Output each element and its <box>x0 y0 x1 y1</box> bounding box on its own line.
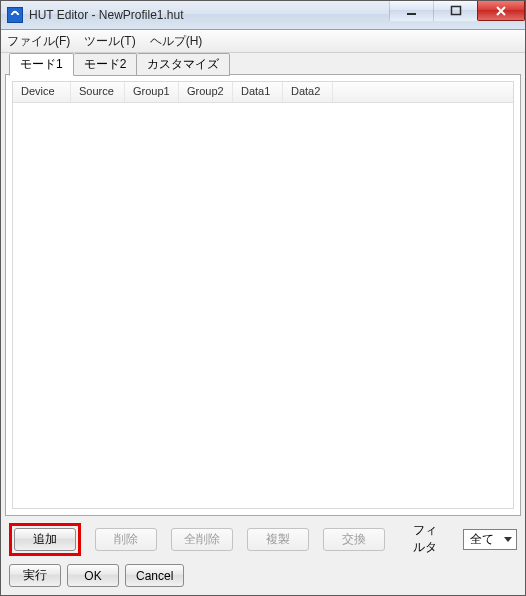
close-button[interactable] <box>477 1 525 21</box>
svg-rect-0 <box>407 13 416 15</box>
window-title: HUT Editor - NewProfile1.hut <box>29 8 184 22</box>
menu-tool[interactable]: ツール(T) <box>84 33 135 50</box>
tab-customize[interactable]: カスタマイズ <box>137 53 230 76</box>
column-data1[interactable]: Data1 <box>233 82 283 102</box>
list-body <box>13 103 513 508</box>
filter-combo[interactable]: 全て <box>463 529 517 550</box>
button-area: 追加 削除 全削除 複製 交換 フィルタ 全て 実行 OK Cancel <box>5 516 521 591</box>
delete-all-button[interactable]: 全削除 <box>171 528 233 551</box>
column-group1[interactable]: Group1 <box>125 82 179 102</box>
list-header: Device Source Group1 Group2 Data1 Data2 <box>13 82 513 103</box>
chevron-down-icon <box>504 537 512 542</box>
add-button[interactable]: 追加 <box>14 528 76 551</box>
app-window: HUT Editor - NewProfile1.hut ファイル(F) ツール… <box>0 0 526 596</box>
button-row-2: 実行 OK Cancel <box>9 564 517 587</box>
menu-file[interactable]: ファイル(F) <box>7 33 70 50</box>
list-view[interactable]: Device Source Group1 Group2 Data1 Data2 <box>12 81 514 509</box>
menu-help[interactable]: ヘルプ(H) <box>150 33 203 50</box>
column-data2[interactable]: Data2 <box>283 82 333 102</box>
delete-button[interactable]: 削除 <box>95 528 157 551</box>
button-row-1: 追加 削除 全削除 複製 交換 フィルタ 全て <box>9 522 517 556</box>
filter-combo-value: 全て <box>470 531 494 548</box>
duplicate-button[interactable]: 複製 <box>247 528 309 551</box>
minimize-icon <box>406 5 418 17</box>
svg-rect-1 <box>451 7 460 15</box>
ok-button[interactable]: OK <box>67 564 119 587</box>
cancel-button[interactable]: Cancel <box>125 564 184 587</box>
menu-bar: ファイル(F) ツール(T) ヘルプ(H) <box>1 30 525 53</box>
column-device[interactable]: Device <box>13 82 71 102</box>
add-button-highlight: 追加 <box>9 523 81 556</box>
client-area: モード1 モード2 カスタマイズ Device Source Group1 Gr… <box>1 53 525 595</box>
minimize-button[interactable] <box>389 1 433 21</box>
tab-page: Device Source Group1 Group2 Data1 Data2 <box>5 74 521 516</box>
tab-mode2[interactable]: モード2 <box>74 53 138 76</box>
swap-button[interactable]: 交換 <box>323 528 385 551</box>
column-group2[interactable]: Group2 <box>179 82 233 102</box>
tab-mode1[interactable]: モード1 <box>9 53 74 76</box>
window-controls <box>389 1 525 21</box>
column-spacer <box>333 82 513 102</box>
maximize-button[interactable] <box>433 1 477 21</box>
app-icon <box>7 7 23 23</box>
close-icon <box>495 5 507 17</box>
filter-label: フィルタ <box>413 522 445 556</box>
title-bar: HUT Editor - NewProfile1.hut <box>1 1 525 30</box>
tab-strip: モード1 モード2 カスタマイズ <box>5 55 521 75</box>
maximize-icon <box>450 5 462 17</box>
run-button[interactable]: 実行 <box>9 564 61 587</box>
column-source[interactable]: Source <box>71 82 125 102</box>
